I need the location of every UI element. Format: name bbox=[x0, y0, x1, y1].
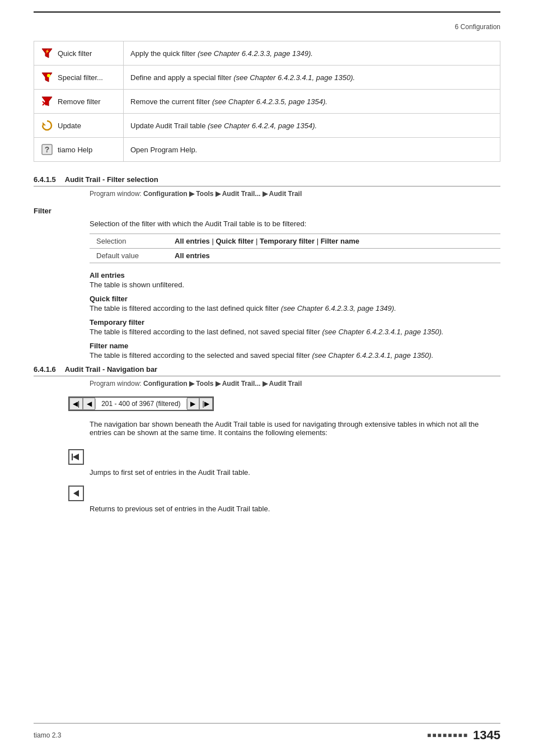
footer-dots: ■■■■■■■■ bbox=[427, 731, 469, 739]
filter-intro: Selection of the filter with which the A… bbox=[34, 220, 500, 228]
remove-filter-icon bbox=[41, 95, 53, 108]
filter-selection-table: Selection All entries | Quick filter | T… bbox=[90, 234, 500, 263]
icon-cell-special-filter: Special filter... bbox=[34, 66, 124, 90]
def-filter-name-body: The table is filtered according to the s… bbox=[90, 351, 500, 360]
first-set-icon-demo bbox=[68, 449, 84, 465]
def-filter-name-title: Filter name bbox=[90, 342, 500, 350]
section-6416-program-window: Program window: Configuration ▶ Tools ▶ … bbox=[34, 380, 500, 388]
section-6416-number: 6.4.1.6 bbox=[34, 365, 56, 374]
tiamo-help-label: tiamo Help bbox=[58, 146, 92, 154]
section-6416-title: Audit Trail - Navigation bar bbox=[65, 365, 157, 374]
remove-filter-desc: Remove the current filter (see Chapter 6… bbox=[124, 90, 500, 114]
filter-table-row: Default value All entries bbox=[90, 249, 500, 263]
update-desc: Update Audit Trail table (see Chapter 6.… bbox=[124, 114, 500, 138]
svg-marker-11 bbox=[73, 454, 79, 460]
prev-set-button[interactable]: ◀ bbox=[83, 398, 95, 410]
icon-reference-table: ⚡ Quick filter Apply the quick filter (s… bbox=[34, 41, 500, 162]
def-all-entries-body: The table is shown unfiltered. bbox=[90, 281, 500, 289]
update-label: Update bbox=[58, 122, 81, 130]
section-6415-title: Audit Trail - Filter selection bbox=[65, 175, 158, 184]
default-label: Default value bbox=[90, 249, 168, 263]
last-set-button[interactable]: |▶ bbox=[199, 398, 213, 410]
table-row: ⚡ Quick filter Apply the quick filter (s… bbox=[34, 41, 500, 66]
icon-cell-update: Update bbox=[34, 114, 124, 138]
quick-filter-desc: Apply the quick filter (see Chapter 6.4.… bbox=[124, 41, 500, 66]
remove-filter-label: Remove filter bbox=[58, 97, 101, 106]
table-row: Special filter... Define and apply a spe… bbox=[34, 66, 500, 90]
tiamo-help-desc: Open Program Help. bbox=[124, 138, 500, 162]
quick-filter-label: Quick filter bbox=[58, 49, 92, 58]
special-filter-icon bbox=[41, 71, 53, 83]
nav-bar-demo: ◀| ◀ 201 - 400 of 3967 (filtered) ▶ |▶ bbox=[68, 396, 214, 411]
section-6416-header: 6.4.1.6 Audit Trail - Navigation bar bbox=[34, 365, 500, 376]
icon-cell-remove-filter: Remove filter bbox=[34, 90, 124, 114]
footer-right: ■■■■■■■■ 1345 bbox=[427, 728, 500, 743]
svg-marker-7 bbox=[43, 122, 46, 125]
svg-marker-2 bbox=[42, 73, 52, 82]
svg-rect-10 bbox=[72, 454, 73, 460]
first-set-button[interactable]: ◀| bbox=[69, 398, 83, 410]
def-temporary-filter-body: The table is filtered according to the l… bbox=[90, 328, 500, 336]
nav-bar-intro: The navigation bar shown beneath the Aud… bbox=[34, 420, 500, 437]
table-row: Remove filter Remove the current filter … bbox=[34, 90, 500, 114]
filter-subsection-title: Filter bbox=[34, 207, 500, 215]
quick-filter-icon: ⚡ bbox=[41, 47, 53, 59]
prev-set-icon-demo bbox=[68, 486, 84, 501]
footer-app-name: tiamo 2.3 bbox=[34, 731, 61, 739]
section-ref: 6 Configuration bbox=[455, 23, 500, 31]
svg-marker-12 bbox=[73, 490, 79, 497]
svg-text:?: ? bbox=[45, 145, 50, 154]
section-6415-header: 6.4.1.5 Audit Trail - Filter selection bbox=[34, 175, 500, 186]
def-quick-filter: Quick filter The table is filtered accor… bbox=[90, 295, 500, 312]
icon-cell-tiamo-help: ? tiamo Help bbox=[34, 138, 124, 162]
page-header: 6 Configuration bbox=[34, 23, 500, 31]
nav-bar-text: 201 - 400 of 3967 (filtered) bbox=[95, 399, 186, 409]
table-row: Update Update Audit Trail table (see Cha… bbox=[34, 114, 500, 138]
default-value: All entries bbox=[168, 249, 500, 263]
def-all-entries: All entries The table is shown unfiltere… bbox=[90, 271, 500, 289]
def-all-entries-title: All entries bbox=[90, 271, 500, 279]
def-temporary-filter-title: Temporary filter bbox=[90, 318, 500, 326]
svg-text:⚡: ⚡ bbox=[45, 49, 50, 54]
table-row: ? tiamo Help Open Program Help. bbox=[34, 138, 500, 162]
special-filter-label: Special filter... bbox=[58, 73, 103, 82]
filter-table-row: Selection All entries | Quick filter | T… bbox=[90, 234, 500, 249]
special-filter-desc: Define and apply a special filter (see C… bbox=[124, 66, 500, 90]
selection-label: Selection bbox=[90, 234, 168, 249]
page-footer: tiamo 2.3 ■■■■■■■■ 1345 bbox=[34, 723, 500, 743]
def-filter-name: Filter name The table is filtered accord… bbox=[90, 342, 500, 360]
def-temporary-filter: Temporary filter The table is filtered a… bbox=[90, 318, 500, 336]
update-icon bbox=[41, 119, 53, 132]
selection-value: All entries | Quick filter | Temporary f… bbox=[168, 234, 500, 249]
prev-set-icon-desc: Returns to previous set of entries in th… bbox=[90, 505, 500, 513]
next-set-button[interactable]: ▶ bbox=[187, 398, 199, 410]
page-number: 1345 bbox=[473, 728, 500, 743]
first-set-icon-desc: Jumps to first set of entries in the Aud… bbox=[90, 468, 500, 477]
def-quick-filter-title: Quick filter bbox=[90, 295, 500, 303]
section-6415-program-window: Program window: Configuration ▶ Tools ▶ … bbox=[34, 190, 500, 198]
tiamo-help-icon: ? bbox=[41, 143, 53, 156]
top-rule bbox=[34, 11, 500, 13]
svg-point-3 bbox=[47, 74, 50, 77]
icon-cell-quick-filter: ⚡ Quick filter bbox=[34, 41, 124, 66]
def-quick-filter-body: The table is filtered according to the l… bbox=[90, 304, 500, 312]
section-6415-number: 6.4.1.5 bbox=[34, 175, 56, 184]
